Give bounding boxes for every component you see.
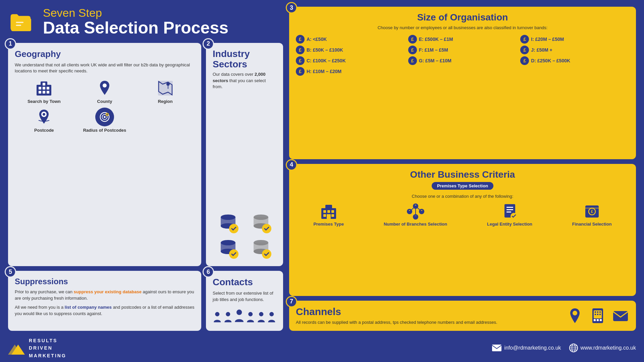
svg-rect-43 — [327, 210, 330, 213]
svg-point-35 — [215, 312, 219, 316]
geo-search-town: Search by Town — [15, 79, 73, 104]
size-bands-grid: £ A: <£50K £ E: £500K – £1M £ I: £20M – … — [296, 35, 629, 76]
svg-rect-70 — [600, 319, 602, 321]
financial-icon: £ — [583, 203, 601, 220]
svg-rect-64 — [585, 207, 599, 209]
band-b-label: B: £50K – £100K — [307, 47, 343, 53]
contacts-title: Contacts — [213, 277, 276, 288]
pound-icon-i: £ — [520, 35, 529, 44]
svg-rect-48 — [325, 205, 332, 209]
band-d-label: D: £250K – £500K — [531, 58, 570, 63]
svg-rect-75 — [597, 314, 598, 315]
geo-postcode: Postcode — [15, 108, 73, 133]
channels-title: Channels — [296, 306, 497, 317]
svg-rect-80 — [492, 345, 501, 351]
industry-title: Industry Sectors — [213, 49, 276, 70]
channels-card: 7 Channels All records can be supplied w… — [289, 301, 636, 331]
criteria-title: Other Business Criteria — [296, 169, 629, 180]
footer-website-text: www.rdmarketing.co.uk — [581, 345, 636, 351]
map-icon — [156, 79, 175, 98]
step-2-badge: 2 — [203, 38, 214, 50]
suppressions-title: Suppressions — [15, 277, 195, 286]
band-e: £ E: £500K – £1M — [408, 35, 517, 44]
premises-icon — [320, 203, 337, 220]
geo-postcode-label: Postcode — [34, 128, 54, 133]
step-7-badge: 7 — [286, 296, 297, 307]
email-footer-icon — [492, 345, 501, 351]
pound-icon-a: £ — [296, 35, 305, 44]
header-title: Data Selection Process — [43, 19, 228, 37]
geo-radius: Radius of Postcodes — [75, 108, 134, 133]
channels-text: Channels All records can be supplied wit… — [296, 306, 497, 325]
svg-rect-5 — [39, 87, 41, 89]
band-e-label: E: £500K – £1M — [419, 37, 453, 42]
band-i-label: I: £20M – £50M — [531, 37, 564, 42]
criteria-financial-label: Financial Selection — [572, 222, 612, 227]
svg-point-19 — [104, 116, 106, 118]
svg-rect-47 — [327, 214, 331, 219]
pound-icon-j: £ — [520, 46, 529, 54]
band-c-label: C: £100K – £250K — [307, 58, 346, 63]
logo-line-2: DRIVEN — [29, 344, 66, 352]
svg-rect-44 — [331, 210, 334, 213]
svg-rect-45 — [323, 214, 326, 217]
band-d: £ D: £250K – £500K — [520, 56, 629, 65]
geo-region-label: Region — [158, 99, 173, 104]
band-h: £ H: £10M – £20M — [296, 67, 405, 76]
svg-line-54 — [416, 206, 422, 212]
criteria-items-row: Premises Type — [296, 203, 629, 227]
band-a-label: A: <£50K — [307, 37, 327, 42]
pound-icon-d: £ — [520, 56, 529, 65]
channels-icons-row — [566, 307, 629, 324]
pound-icon-h: £ — [296, 67, 305, 76]
footer-logo-text: RESULTS DRIVEN MARKETING — [29, 337, 66, 359]
svg-rect-10 — [47, 91, 49, 94]
size-org-card: 3 Size of Organisation Choose by number … — [289, 7, 636, 159]
industry-desc: Our data covers over 2,000 sectors that … — [213, 71, 276, 90]
band-j-label: J: £50M + — [531, 47, 552, 53]
svg-point-65 — [573, 311, 577, 315]
svg-rect-8 — [39, 91, 41, 94]
svg-rect-76 — [599, 314, 601, 315]
criteria-card: 4 Other Business Criteria Premises Type … — [289, 164, 636, 296]
band-g-label: G: £5M – £10M — [419, 58, 451, 63]
suppressions-para2: All we need from you is a list of compan… — [15, 304, 195, 317]
svg-rect-74 — [595, 314, 596, 315]
db-icon-4 — [246, 237, 276, 260]
criteria-header: Other Business Criteria Premises Type Se… — [296, 169, 629, 199]
person-icon-1 — [213, 310, 222, 325]
svg-rect-77 — [613, 311, 628, 321]
band-f-label: F: £1M – £5M — [419, 47, 448, 53]
header-subtitle: Seven Step — [43, 7, 228, 19]
criteria-premises: Premises Type — [313, 203, 344, 227]
suppressions-para1: Prior to any purchase, we can suppress y… — [15, 289, 195, 302]
svg-rect-58 — [506, 209, 513, 210]
step-1-badge: 1 — [5, 38, 16, 50]
svg-rect-59 — [506, 212, 511, 213]
svg-line-53 — [410, 206, 416, 212]
building-icon — [35, 79, 53, 98]
header: Seven Step Data Selection Process — [8, 7, 283, 37]
criteria-branches-label: Number of Branches Selection — [384, 222, 447, 227]
svg-rect-69 — [597, 319, 599, 321]
criteria-branches: Number of Branches Selection — [384, 203, 447, 227]
footer-email: info@rdmarketing.co.uk — [492, 345, 561, 351]
industry-card: 2 Industry Sectors Our data covers over … — [206, 43, 283, 266]
suppress-highlight: suppress your existing database — [74, 289, 142, 294]
footer: RESULTS DRIVEN MARKETING info@rdmarketin… — [0, 334, 644, 362]
band-h-label: H: £10M – £20M — [307, 69, 341, 74]
globe-icon — [569, 344, 578, 352]
svg-rect-71 — [595, 311, 596, 313]
geo-town-label: Search by Town — [28, 99, 61, 104]
telephone-channel-icon — [589, 307, 606, 324]
svg-rect-9 — [43, 91, 45, 94]
header-text: Seven Step Data Selection Process — [43, 7, 228, 37]
svg-text:£: £ — [591, 209, 593, 214]
svg-rect-57 — [506, 207, 513, 208]
step-5-badge: 5 — [5, 266, 16, 278]
band-a: £ A: <£50K — [296, 35, 405, 44]
folder-icon — [8, 10, 35, 34]
pound-icon-f: £ — [408, 46, 417, 54]
criteria-legal: Legal Entity Selection — [487, 203, 532, 227]
svg-point-38 — [249, 312, 253, 316]
